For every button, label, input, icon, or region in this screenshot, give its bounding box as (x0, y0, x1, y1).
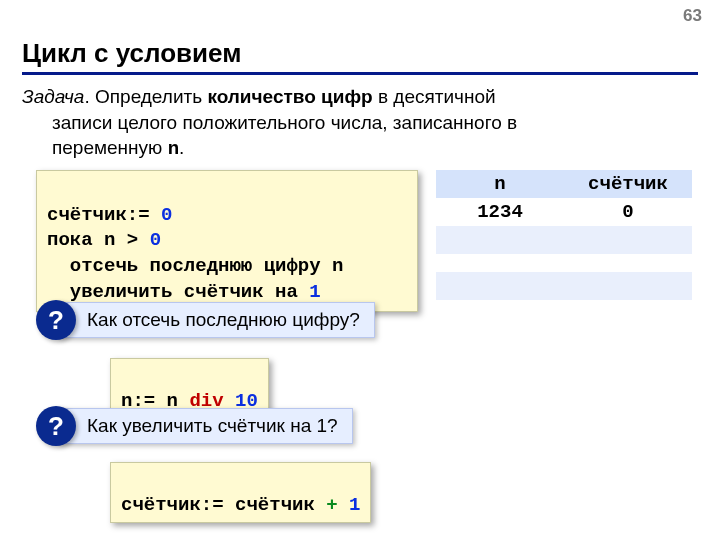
task-label: Задача (22, 86, 84, 107)
trace-col-n: n (436, 170, 564, 198)
question-badge-icon: ? (36, 406, 76, 446)
title-underline (22, 72, 698, 75)
code-main: счётчик:= 0 пока n > 0 отсечь последнюю … (36, 170, 418, 312)
hint-1: ? Как отсечь последнюю цифру? (36, 300, 375, 340)
trace-row (436, 272, 692, 300)
trace-header: n счётчик (436, 170, 692, 198)
page-number: 63 (683, 6, 702, 26)
hint-2: ? Как увеличить счётчик на 1? (36, 406, 353, 446)
trace-row: 1234 0 (436, 198, 692, 226)
trace-table: n счётчик 1234 0 (436, 170, 692, 300)
task-var: n (168, 138, 179, 160)
hint-1-text: Как отсечь последнюю цифру? (58, 302, 375, 338)
trace-col-counter: счётчик (564, 170, 692, 198)
task-text: Задача. Определить количество цифр в дес… (22, 84, 698, 163)
code-inc: счётчик:= счётчик + 1 (110, 462, 371, 523)
trace-row (436, 226, 692, 254)
page-title: Цикл с условием (22, 38, 241, 69)
hint-2-text: Как увеличить счётчик на 1? (58, 408, 353, 444)
question-badge-icon: ? (36, 300, 76, 340)
task-bold: количество цифр (207, 86, 372, 107)
